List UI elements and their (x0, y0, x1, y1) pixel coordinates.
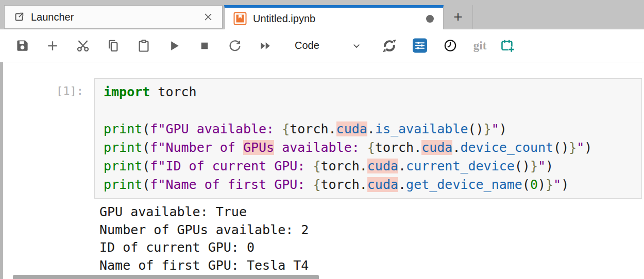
launcher-icon (13, 11, 25, 23)
new-tab-button[interactable]: + (444, 5, 473, 29)
code-token: . (360, 159, 367, 173)
insert-cell-icon[interactable] (45, 39, 60, 53)
copy-cells-icon[interactable] (106, 39, 121, 53)
code-token: } (530, 159, 538, 173)
code-line[interactable]: print(f"ID of current GPU: {torch.cuda.c… (104, 157, 641, 176)
code-token: { (313, 159, 320, 173)
code-token: ( (142, 140, 150, 155)
code-token: is_available (375, 121, 468, 136)
code-token: torch (150, 84, 196, 99)
notebook-icon (233, 12, 247, 25)
code-token: } (546, 177, 553, 192)
restart-run-all-icon[interactable] (258, 39, 273, 53)
code-token: ) (538, 177, 546, 192)
code-line[interactable] (104, 101, 641, 120)
code-editor[interactable]: import torch print(f"GPU available: {tor… (94, 78, 642, 199)
code-token: cuda (367, 159, 398, 173)
code-token: ( (142, 159, 150, 173)
code-token: get_device_name (406, 177, 522, 192)
code-token: print (104, 140, 142, 155)
interrupt-kernel-icon[interactable] (197, 39, 212, 53)
run-cell-icon[interactable] (167, 39, 181, 53)
cell-type-dropdown[interactable]: Code (295, 40, 319, 51)
prompt-column: [1]: (0, 78, 94, 199)
code-token: " (577, 140, 584, 155)
code-token: ( (142, 121, 150, 136)
code-token: print (104, 177, 142, 192)
code-line[interactable]: import torch (104, 83, 641, 101)
notebook-panel: [1]: import torch print(f"GPU available:… (0, 62, 644, 279)
kernel-swirl-icon[interactable] (382, 39, 397, 53)
code-token: ) (584, 140, 592, 155)
save-button[interactable] (15, 39, 29, 53)
output-line: Name of first GPU: Tesla T4 (99, 257, 644, 275)
execution-count: [1]: (56, 84, 83, 97)
code-token: print (104, 121, 142, 136)
code-token: f"ID of current GPU: (150, 159, 313, 173)
notebook-toolbar: Code (0, 29, 644, 62)
code-token: } (484, 121, 492, 136)
close-icon[interactable] (202, 11, 214, 23)
code-token: . (360, 177, 367, 192)
code-token: torch (320, 159, 359, 173)
jupyterlab-window: Launcher Untitled.ipynb + (0, 0, 644, 279)
code-token: " (492, 121, 499, 136)
code-token: torch (320, 177, 359, 192)
git-button[interactable]: git (473, 40, 487, 51)
code-token: device_count (460, 140, 553, 155)
code-token: ) (561, 177, 569, 192)
code-token: f"Number of (150, 140, 243, 155)
create-scheduled-job-icon[interactable] (500, 39, 515, 53)
output-line: ID of current GPU: 0 (99, 239, 644, 257)
code-token: print (104, 159, 142, 173)
tab-launcher-label: Launcher (31, 11, 74, 23)
code-line[interactable]: print(f"Number of GPUs available: {torch… (104, 138, 641, 157)
code-line[interactable]: print(f"GPU available: {torch.cuda.is_av… (104, 120, 641, 138)
code-cell: [1]: import torch print(f"GPU available:… (0, 78, 644, 199)
code-token: . (414, 140, 421, 155)
code-token: ( (142, 177, 150, 192)
code-token: { (313, 177, 320, 192)
code-line[interactable]: print(f"Name of first GPU: {torch.cuda.g… (104, 176, 641, 194)
code-token: . (398, 177, 406, 192)
code-token: . (452, 140, 460, 155)
code-token: () (553, 140, 569, 155)
output-line: GPU available: True (99, 203, 644, 221)
tab-bar: Launcher Untitled.ipynb + (0, 0, 644, 29)
code-token: available: (274, 140, 367, 155)
tab-untitled-ipynb[interactable]: Untitled.ipynb (224, 5, 444, 29)
cut-cells-icon[interactable] (76, 39, 90, 53)
tab-launcher[interactable]: Launcher (4, 5, 223, 29)
code-token: . (367, 121, 375, 136)
code-token: f"GPU available: (150, 121, 282, 136)
chevron-down-icon[interactable] (349, 39, 364, 53)
cell-output-area: GPU available: True Number of GPUs avail… (94, 203, 644, 274)
horizontal-scrollbar[interactable] (13, 275, 319, 279)
paste-cells-icon[interactable] (137, 39, 151, 53)
code-token: ( (522, 177, 530, 192)
code-token: { (282, 121, 290, 136)
left-edge-strip (0, 62, 3, 279)
unsaved-changes-dot[interactable] (426, 15, 434, 23)
code-token: . (398, 159, 406, 173)
code-token: ) (499, 121, 507, 136)
history-clock-icon[interactable] (443, 39, 457, 53)
code-token: cuda (421, 140, 452, 155)
code-token: } (569, 140, 577, 155)
code-token: { (367, 140, 375, 155)
restart-kernel-icon[interactable] (228, 39, 242, 53)
code-token: () (468, 121, 484, 136)
code-token: " (553, 177, 561, 192)
code-token: current_device (406, 159, 515, 173)
code-token: cuda (336, 121, 367, 136)
code-token: torch (290, 121, 328, 136)
code-token: cuda (367, 177, 398, 192)
cell-tools-sliders-icon[interactable] (413, 39, 427, 53)
code-token: f"Name of first GPU: (150, 177, 313, 192)
code-token: torch (375, 140, 414, 155)
code-token: () (515, 159, 530, 173)
code-token: ) (546, 159, 553, 173)
tab-notebook-label: Untitled.ipynb (253, 13, 315, 25)
code-token: " (538, 159, 546, 173)
output-line: Number of GPUs available: 2 (99, 221, 644, 239)
